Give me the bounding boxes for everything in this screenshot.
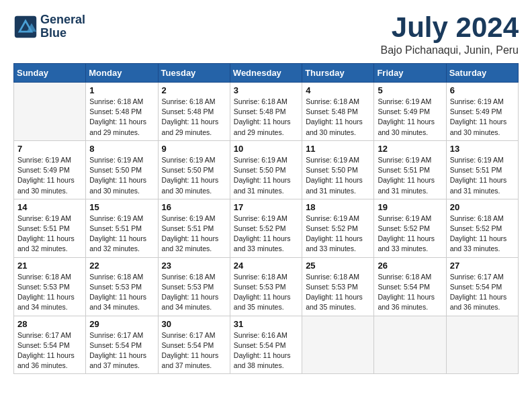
day-info: Sunrise: 6:18 AMSunset: 5:53 PMDaylight:… (17, 272, 82, 313)
calendar-week-row: 14Sunrise: 6:19 AMSunset: 5:51 PMDayligh… (14, 199, 519, 257)
day-number: 13 (450, 144, 515, 154)
calendar-cell: 4Sunrise: 6:18 AMSunset: 5:48 PMDaylight… (302, 83, 374, 141)
day-info: Sunrise: 6:18 AMSunset: 5:53 PMDaylight:… (234, 272, 298, 313)
day-number: 16 (162, 202, 226, 212)
calendar-cell: 21Sunrise: 6:18 AMSunset: 5:53 PMDayligh… (14, 257, 86, 316)
calendar-cell (446, 316, 518, 374)
day-info: Sunrise: 6:17 AMSunset: 5:54 PMDaylight:… (17, 330, 82, 371)
calendar-cell: 25Sunrise: 6:18 AMSunset: 5:53 PMDayligh… (302, 257, 374, 316)
day-info: Sunrise: 6:19 AMSunset: 5:49 PMDaylight:… (378, 97, 442, 138)
day-info: Sunrise: 6:18 AMSunset: 5:52 PMDaylight:… (450, 214, 515, 255)
day-number: 27 (450, 261, 515, 271)
calendar-cell: 1Sunrise: 6:18 AMSunset: 5:48 PMDaylight… (86, 83, 158, 141)
day-number: 21 (17, 261, 82, 271)
logo: General Blue (13, 13, 85, 40)
day-number: 8 (89, 144, 154, 154)
day-number: 11 (306, 144, 370, 154)
column-header-saturday: Saturday (446, 64, 518, 83)
day-info: Sunrise: 6:19 AMSunset: 5:52 PMDaylight:… (234, 214, 298, 255)
calendar-cell: 29Sunrise: 6:17 AMSunset: 5:54 PMDayligh… (86, 316, 158, 374)
day-info: Sunrise: 6:19 AMSunset: 5:52 PMDaylight:… (378, 214, 442, 255)
day-info: Sunrise: 6:18 AMSunset: 5:53 PMDaylight:… (89, 272, 154, 313)
logo-icon (13, 15, 38, 39)
calendar-cell: 31Sunrise: 6:16 AMSunset: 5:54 PMDayligh… (230, 316, 302, 374)
day-info: Sunrise: 6:19 AMSunset: 5:51 PMDaylight:… (450, 155, 515, 196)
day-info: Sunrise: 6:19 AMSunset: 5:51 PMDaylight:… (89, 214, 154, 255)
calendar-cell: 23Sunrise: 6:18 AMSunset: 5:53 PMDayligh… (158, 257, 230, 316)
column-header-thursday: Thursday (302, 64, 374, 83)
day-info: Sunrise: 6:17 AMSunset: 5:54 PMDaylight:… (162, 330, 226, 371)
logo-line1: General (40, 13, 85, 27)
day-info: Sunrise: 6:19 AMSunset: 5:50 PMDaylight:… (89, 155, 154, 196)
calendar-cell: 15Sunrise: 6:19 AMSunset: 5:51 PMDayligh… (86, 199, 158, 257)
day-info: Sunrise: 6:19 AMSunset: 5:51 PMDaylight:… (17, 214, 82, 255)
calendar-cell: 10Sunrise: 6:19 AMSunset: 5:50 PMDayligh… (230, 140, 302, 199)
day-number: 31 (234, 319, 298, 329)
day-number: 23 (162, 261, 226, 271)
calendar-cell: 7Sunrise: 6:19 AMSunset: 5:49 PMDaylight… (14, 140, 86, 199)
day-number: 18 (306, 202, 370, 212)
day-number: 12 (378, 144, 442, 154)
calendar-cell: 14Sunrise: 6:19 AMSunset: 5:51 PMDayligh… (14, 199, 86, 257)
day-number: 2 (162, 85, 226, 95)
calendar-cell: 5Sunrise: 6:19 AMSunset: 5:49 PMDaylight… (374, 83, 446, 141)
day-info: Sunrise: 6:17 AMSunset: 5:54 PMDaylight:… (89, 330, 154, 371)
column-header-friday: Friday (374, 64, 446, 83)
calendar-cell: 17Sunrise: 6:19 AMSunset: 5:52 PMDayligh… (230, 199, 302, 257)
day-info: Sunrise: 6:16 AMSunset: 5:54 PMDaylight:… (234, 330, 298, 371)
day-info: Sunrise: 6:19 AMSunset: 5:52 PMDaylight:… (306, 214, 370, 255)
day-info: Sunrise: 6:18 AMSunset: 5:53 PMDaylight:… (306, 272, 370, 313)
calendar-cell: 8Sunrise: 6:19 AMSunset: 5:50 PMDaylight… (86, 140, 158, 199)
location-subtitle: Bajo Pichanaqui, Junin, Peru (381, 44, 519, 56)
day-number: 26 (378, 261, 442, 271)
calendar-cell (14, 83, 86, 141)
title-area: July 2024 Bajo Pichanaqui, Junin, Peru (381, 13, 519, 56)
day-info: Sunrise: 6:19 AMSunset: 5:50 PMDaylight:… (306, 155, 370, 196)
calendar-cell: 9Sunrise: 6:19 AMSunset: 5:50 PMDaylight… (158, 140, 230, 199)
day-number: 28 (17, 319, 82, 329)
calendar-cell: 20Sunrise: 6:18 AMSunset: 5:52 PMDayligh… (446, 199, 518, 257)
day-number: 3 (234, 85, 298, 95)
day-number: 20 (450, 202, 515, 212)
calendar-cell: 3Sunrise: 6:18 AMSunset: 5:48 PMDaylight… (230, 83, 302, 141)
day-info: Sunrise: 6:19 AMSunset: 5:49 PMDaylight:… (17, 155, 82, 196)
calendar-cell (374, 316, 446, 374)
calendar-cell: 18Sunrise: 6:19 AMSunset: 5:52 PMDayligh… (302, 199, 374, 257)
day-number: 9 (162, 144, 226, 154)
calendar-week-row: 1Sunrise: 6:18 AMSunset: 5:48 PMDaylight… (14, 83, 519, 141)
day-info: Sunrise: 6:18 AMSunset: 5:48 PMDaylight:… (306, 97, 370, 138)
day-number: 10 (234, 144, 298, 154)
day-info: Sunrise: 6:18 AMSunset: 5:48 PMDaylight:… (162, 97, 226, 138)
calendar-cell: 13Sunrise: 6:19 AMSunset: 5:51 PMDayligh… (446, 140, 518, 199)
day-number: 5 (378, 85, 442, 95)
day-info: Sunrise: 6:19 AMSunset: 5:49 PMDaylight:… (450, 97, 515, 138)
day-info: Sunrise: 6:18 AMSunset: 5:48 PMDaylight:… (234, 97, 298, 138)
day-info: Sunrise: 6:19 AMSunset: 5:50 PMDaylight:… (234, 155, 298, 196)
day-number: 19 (378, 202, 442, 212)
column-header-wednesday: Wednesday (230, 64, 302, 83)
calendar-cell: 11Sunrise: 6:19 AMSunset: 5:50 PMDayligh… (302, 140, 374, 199)
day-info: Sunrise: 6:18 AMSunset: 5:48 PMDaylight:… (89, 97, 154, 138)
calendar-week-row: 28Sunrise: 6:17 AMSunset: 5:54 PMDayligh… (14, 316, 519, 374)
day-info: Sunrise: 6:19 AMSunset: 5:51 PMDaylight:… (162, 214, 226, 255)
month-title: July 2024 (381, 13, 519, 42)
logo-text: General Blue (40, 13, 85, 40)
day-info: Sunrise: 6:18 AMSunset: 5:53 PMDaylight:… (162, 272, 226, 313)
day-number: 29 (89, 319, 154, 329)
day-number: 24 (234, 261, 298, 271)
calendar-cell: 27Sunrise: 6:17 AMSunset: 5:54 PMDayligh… (446, 257, 518, 316)
day-number: 25 (306, 261, 370, 271)
column-header-tuesday: Tuesday (158, 64, 230, 83)
calendar-cell: 28Sunrise: 6:17 AMSunset: 5:54 PMDayligh… (14, 316, 86, 374)
day-info: Sunrise: 6:19 AMSunset: 5:50 PMDaylight:… (162, 155, 226, 196)
day-number: 15 (89, 202, 154, 212)
calendar-cell: 2Sunrise: 6:18 AMSunset: 5:48 PMDaylight… (158, 83, 230, 141)
calendar-table: SundayMondayTuesdayWednesdayThursdayFrid… (13, 63, 519, 374)
calendar-cell: 6Sunrise: 6:19 AMSunset: 5:49 PMDaylight… (446, 83, 518, 141)
calendar-week-row: 7Sunrise: 6:19 AMSunset: 5:49 PMDaylight… (14, 140, 519, 199)
day-number: 14 (17, 202, 82, 212)
day-number: 22 (89, 261, 154, 271)
day-number: 6 (450, 85, 515, 95)
day-number: 1 (89, 85, 154, 95)
calendar-cell: 22Sunrise: 6:18 AMSunset: 5:53 PMDayligh… (86, 257, 158, 316)
